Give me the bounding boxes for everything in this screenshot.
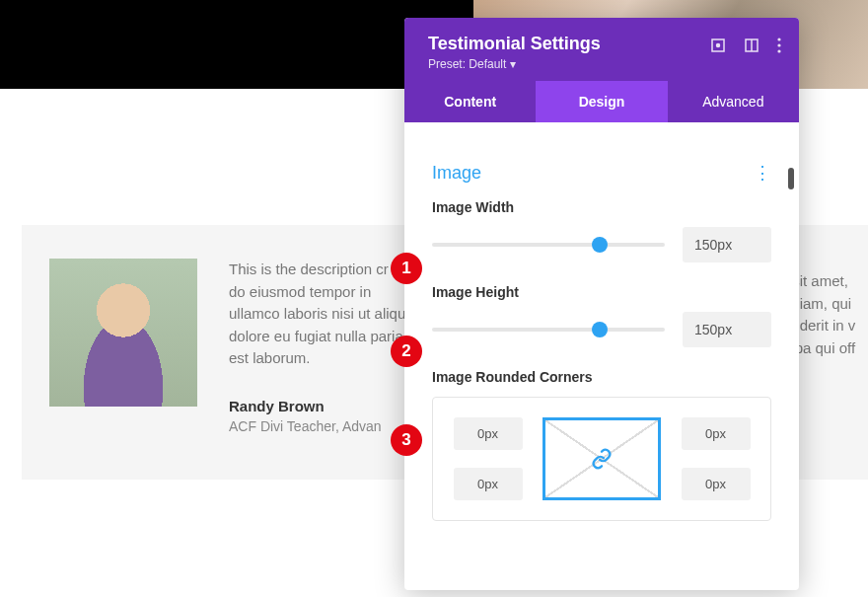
panel-header: Testimonial Settings Preset: Default ▾ (404, 18, 799, 81)
image-width-slider-thumb[interactable] (592, 237, 608, 253)
svg-point-4 (777, 37, 780, 40)
scrollbar-thumb[interactable] (788, 168, 794, 189)
control-image-corners: Image Rounded Corners (404, 347, 799, 385)
svg-point-5 (777, 43, 780, 46)
corner-br-input[interactable] (682, 468, 751, 500)
tab-design[interactable]: Design (536, 81, 667, 122)
more-icon[interactable] (777, 37, 781, 53)
tab-content[interactable]: Content (404, 81, 536, 122)
corners-link-preview[interactable] (542, 417, 661, 500)
control-image-width: Image Width (404, 189, 799, 262)
responsive-icon[interactable] (710, 37, 726, 53)
image-height-label: Image Height (432, 284, 771, 300)
tab-bar: Content Design Advanced (404, 81, 799, 122)
svg-point-1 (717, 44, 720, 47)
annotation-badge-3: 3 (391, 424, 422, 456)
section-kebab-icon[interactable]: ⋮ (754, 162, 771, 184)
annotation-badge-2: 2 (391, 336, 422, 367)
image-width-input[interactable] (683, 227, 771, 262)
link-icon (591, 448, 613, 470)
image-width-slider[interactable] (432, 243, 665, 247)
svg-point-6 (777, 49, 780, 52)
corner-tl-input[interactable] (454, 417, 523, 450)
testimonial-author-name: Randy Brown (229, 398, 426, 414)
columns-icon[interactable] (744, 37, 760, 53)
annotation-badge-1: 1 (391, 253, 422, 284)
image-width-label: Image Width (432, 199, 771, 215)
section-image-label[interactable]: Image (432, 163, 481, 184)
settings-panel: Testimonial Settings Preset: Default ▾ C… (404, 18, 799, 590)
tab-advanced[interactable]: Advanced (668, 81, 799, 122)
corner-bl-input[interactable] (454, 468, 523, 500)
image-height-slider[interactable] (432, 328, 665, 332)
panel-body: Image ⋮ Image Width Image Height (404, 122, 799, 521)
control-image-height: Image Height (404, 262, 799, 347)
panel-preset[interactable]: Preset: Default ▾ (428, 57, 779, 71)
background-dark-strip (0, 0, 473, 89)
corner-tr-input[interactable] (682, 417, 751, 450)
rounded-corners-box (432, 397, 771, 521)
image-height-slider-thumb[interactable] (592, 322, 608, 337)
testimonial-avatar (49, 259, 197, 407)
image-rounded-corners-label: Image Rounded Corners (432, 369, 771, 385)
image-height-input[interactable] (683, 312, 771, 347)
